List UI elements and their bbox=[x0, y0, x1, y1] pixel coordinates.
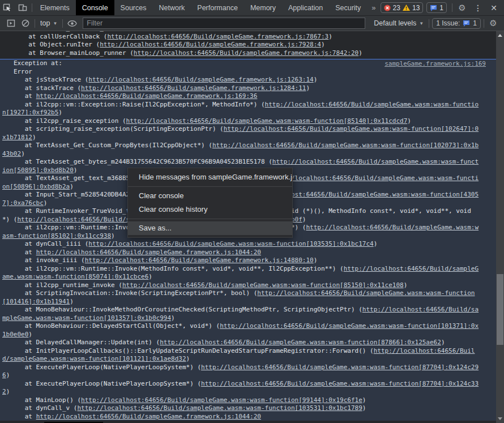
chat-bubble-icon bbox=[463, 20, 470, 27]
divider bbox=[32, 3, 32, 12]
error-count: 23 bbox=[393, 4, 400, 12]
tab-elements[interactable]: Elements bbox=[34, 0, 76, 15]
more-tabs-button[interactable]: » bbox=[367, 0, 380, 15]
console-message-stack-tail: at Browser_mainLoop_runner (http://local… bbox=[0, 31, 504, 59]
stack-url-link[interactable]: http://localhost:64656/Build/sampleGame.… bbox=[122, 281, 404, 289]
console-context-menu: Hide messages from sampleGame.framework.… bbox=[127, 168, 293, 238]
stack-url-link[interactable]: http://localhost:64656/Build/sampleGame.… bbox=[2, 322, 479, 338]
stack-url-link[interactable]: http://localhost:64656/Build/sampleGame.… bbox=[36, 413, 261, 420]
settings-gear-icon[interactable]: ⚙ bbox=[454, 0, 470, 15]
issues-chat-badge[interactable]: 1 bbox=[426, 2, 447, 13]
console-toolbar: top ▼ Default levels ▼ 1 Issue: 1 ⚙ bbox=[0, 16, 504, 31]
stack-url-link[interactable]: http://localhost:64656/Build/sampleGame.… bbox=[81, 396, 362, 404]
tab-security[interactable]: Security bbox=[329, 0, 367, 15]
scrollbar-thumb[interactable] bbox=[497, 274, 503, 345]
divider bbox=[35, 19, 35, 28]
menu-item-save-as[interactable]: Save as... bbox=[128, 221, 292, 235]
console-settings-gear-icon[interactable]: ⚙ bbox=[486, 17, 501, 29]
stack-url-link[interactable]: http://localhost:64656/Build/sampleGame.… bbox=[2, 265, 479, 281]
stack-url-link[interactable]: http://localhost:64656/Build/sampleGame.… bbox=[77, 404, 362, 412]
issues-counter[interactable]: 1 Issue: 1 bbox=[432, 18, 481, 29]
stack-url-link[interactable]: http://localhost:64656/Build/sampleGame.… bbox=[36, 249, 261, 256]
tab-performance[interactable]: Performance bbox=[191, 0, 244, 15]
tab-memory[interactable]: Memory bbox=[244, 0, 282, 15]
console-sidebar-icon[interactable] bbox=[3, 17, 18, 29]
tab-application[interactable]: Application bbox=[282, 0, 329, 15]
warning-icon bbox=[403, 5, 410, 11]
vertical-scrollbar[interactable] bbox=[496, 31, 504, 423]
panel-tabs: ElementsConsoleSourcesNetworkPerformance… bbox=[34, 0, 368, 15]
inspect-element-icon[interactable] bbox=[0, 0, 15, 15]
stack-url-link[interactable]: http://localhost:64656/Build/sampleGame.… bbox=[107, 33, 328, 40]
stack-url-link[interactable]: http://localhost:64656/Build/sampleGame.… bbox=[2, 380, 479, 396]
clipped-bottom-row bbox=[0, 421, 504, 423]
stack-trace-text: Exception at: Error at jsStackTrace (htt… bbox=[2, 59, 480, 421]
stack-url-link[interactable]: http://localhost:64656/Build/sampleGame.… bbox=[134, 31, 358, 32]
stack-url-link[interactable]: http://localhost:64656/Build/sampleGame.… bbox=[100, 41, 321, 48]
stack-url-link[interactable]: http://localhost:64656/Build/sampleGame.… bbox=[36, 92, 258, 100]
stack-url-link[interactable]: http://localhost:64656/Build/sampleGame.… bbox=[85, 257, 314, 264]
kebab-menu-icon[interactable]: ⋮ bbox=[470, 0, 486, 15]
stack-url-link[interactable]: http://localhost:64656/Build/sampleGame.… bbox=[2, 142, 479, 157]
stack-url-link[interactable]: http://localhost:64656/Build/sampleGame.… bbox=[88, 76, 313, 83]
console-message-exception: Exception at: Error at jsStackTrace (htt… bbox=[0, 59, 504, 421]
context-selector-dropdown[interactable]: top ▼ bbox=[37, 19, 61, 27]
warning-count: 13 bbox=[412, 4, 420, 12]
divider bbox=[484, 19, 484, 28]
stack-url-link[interactable]: http://localhost:64656/Build/sampleGame.… bbox=[126, 117, 408, 125]
menu-item-clear-console[interactable]: Clear console bbox=[128, 189, 292, 203]
menu-separator bbox=[128, 186, 292, 187]
menu-separator bbox=[128, 219, 292, 219]
stack-trace-text: at Browser_mainLoop_runner (http://local… bbox=[2, 31, 480, 57]
error-warning-badge[interactable]: 23 13 bbox=[381, 2, 424, 13]
tab-network[interactable]: Network bbox=[152, 0, 191, 15]
log-levels-dropdown[interactable]: Default levels ▼ bbox=[370, 19, 427, 27]
menu-item-hide-messages-from-samplegame-framework-js[interactable]: Hide messages from sampleGame.framework.… bbox=[128, 170, 292, 184]
stack-url-link[interactable]: http://localhost:64656/Build/sampleGame.… bbox=[81, 84, 306, 92]
stack-url-link[interactable]: http://localhost:64656/Build/sampleGame.… bbox=[2, 125, 479, 141]
stack-url-link[interactable]: http://localhost:64656/Build/sampleGame.… bbox=[2, 289, 475, 305]
chat-bubble-icon bbox=[430, 5, 437, 11]
filter-input[interactable] bbox=[83, 18, 365, 29]
stack-url-link[interactable]: http://localhost:64656/Build/sampleGame.… bbox=[2, 306, 479, 322]
close-devtools-icon[interactable]: ✕ bbox=[486, 0, 502, 15]
clear-console-icon[interactable] bbox=[18, 17, 33, 29]
stack-url-link[interactable]: http://localhost:64656/Build/sampleGame.… bbox=[88, 240, 373, 247]
device-toolbar-icon[interactable] bbox=[15, 0, 29, 15]
chevron-down-icon: ▼ bbox=[53, 21, 57, 26]
tab-sources[interactable]: Sources bbox=[114, 0, 153, 15]
chevron-down-icon: ▼ bbox=[419, 21, 424, 26]
log-levels-label: Default levels bbox=[374, 19, 416, 27]
stack-url-link[interactable]: http://localhost:64656/Build/sampleGame.… bbox=[160, 339, 441, 346]
divider bbox=[429, 19, 429, 28]
stack-url-link[interactable]: http://localhost:64656/Build/sampleGame.… bbox=[2, 101, 479, 117]
issues-count: 1 bbox=[473, 19, 477, 27]
menu-item-clear-console-history[interactable]: Clear console history bbox=[128, 203, 292, 216]
tabbar-right-cluster: 23 13 1 ⚙ ⋮ ✕ bbox=[381, 0, 504, 15]
scroll-down-arrow-icon[interactable] bbox=[498, 417, 502, 420]
devtools-window: { "colors": { "toolbar_bg": "#333639", "… bbox=[0, 0, 504, 423]
context-selector-label: top bbox=[40, 19, 50, 27]
issues-label: 1 Issue: bbox=[436, 19, 460, 27]
devtools-tabbar: ElementsConsoleSourcesNetworkPerformance… bbox=[0, 0, 504, 16]
tab-console[interactable]: Console bbox=[76, 0, 114, 15]
stack-url-link[interactable]: http://localhost:64656/Build/sampleGame.… bbox=[2, 364, 479, 379]
message-source-link[interactable]: sampleGame.framework.js:169 bbox=[385, 60, 486, 69]
chat-count: 1 bbox=[439, 4, 443, 12]
divider bbox=[62, 19, 63, 28]
error-icon bbox=[384, 5, 391, 11]
live-expression-eye-icon[interactable] bbox=[65, 17, 79, 29]
stack-url-link[interactable]: http://localhost:64656/Build/sampleGame.… bbox=[2, 347, 475, 363]
stack-url-link[interactable]: http://localhost:64656/Build/sampleGame.… bbox=[134, 49, 358, 57]
divider bbox=[452, 3, 452, 12]
scroll-up-arrow-icon[interactable] bbox=[498, 34, 502, 37]
